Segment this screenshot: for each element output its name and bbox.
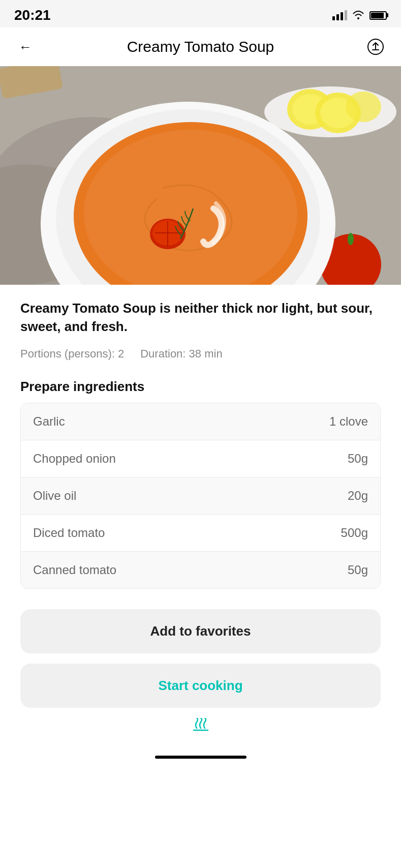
page-title: Creamy Tomato Soup — [37, 38, 364, 55]
recipe-meta: Portions (persons): 2 Duration: 38 min — [20, 347, 381, 361]
recipe-description: Creamy Tomato Soup is neither thick nor … — [20, 299, 381, 336]
back-button[interactable]: ← — [14, 36, 37, 58]
soup-illustration — [0, 66, 401, 285]
table-row: Diced tomato 500g — [21, 515, 380, 552]
ingredient-name: Garlic — [33, 414, 65, 429]
share-button[interactable] — [364, 36, 387, 58]
ingredient-name: Olive oil — [33, 489, 76, 503]
home-indicator — [0, 747, 401, 769]
header: ← Creamy Tomato Soup — [0, 27, 401, 66]
cooking-icon — [20, 718, 381, 733]
ingredient-name: Diced tomato — [33, 526, 105, 540]
table-row: Chopped onion 50g — [21, 440, 380, 477]
ingredient-name: Canned tomato — [33, 563, 116, 577]
ingredient-amount: 20g — [348, 489, 368, 503]
content-area: Creamy Tomato Soup is neither thick nor … — [0, 285, 401, 747]
ingredient-amount: 500g — [341, 526, 368, 540]
status-bar: 20:21 — [0, 0, 401, 27]
share-icon — [367, 39, 384, 55]
table-row: Olive oil 20g — [21, 477, 380, 515]
ingredients-table: Garlic 1 clove Chopped onion 50g Olive o… — [20, 403, 381, 589]
wifi-icon — [352, 9, 364, 22]
status-time: 20:21 — [14, 7, 51, 23]
ingredient-name: Chopped onion — [33, 452, 116, 466]
signal-icon — [332, 10, 347, 20]
start-cooking-button[interactable]: Start cooking — [20, 664, 381, 708]
ingredients-section-title: Prepare ingredients — [20, 379, 381, 395]
portions-info: Portions (persons): 2 — [20, 347, 124, 361]
ingredient-amount: 1 clove — [329, 414, 368, 429]
table-row: Garlic 1 clove — [21, 403, 380, 440]
food-image — [0, 66, 401, 285]
table-row: Canned tomato 50g — [21, 552, 380, 588]
ingredient-amount: 50g — [348, 563, 368, 577]
duration-info: Duration: 38 min — [140, 347, 222, 361]
ingredient-amount: 50g — [348, 452, 368, 466]
add-to-favorites-button[interactable]: Add to favorites — [20, 609, 381, 653]
back-arrow-icon: ← — [19, 39, 32, 55]
battery-icon — [369, 11, 387, 20]
status-icons — [332, 9, 387, 22]
home-bar — [155, 756, 246, 759]
svg-point-11 — [348, 233, 354, 245]
svg-point-9 — [346, 92, 381, 122]
